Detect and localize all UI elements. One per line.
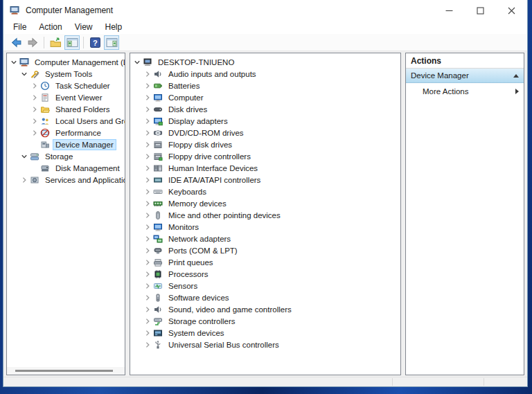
tree-item[interactable]: Computer (130, 91, 400, 103)
chevron-right-icon[interactable] (143, 222, 152, 232)
tree-item[interactable]: Processors (130, 268, 400, 280)
chevron-right-icon[interactable] (143, 93, 152, 102)
submenu-arrow-icon[interactable] (515, 89, 519, 94)
tree-item[interactable]: Network adapters (130, 233, 400, 244)
chevron-right-icon[interactable] (143, 199, 152, 208)
tree-item[interactable]: Floppy drive controllers (130, 150, 400, 162)
tree-item-label[interactable]: Software devices (166, 292, 232, 303)
chevron-right-icon[interactable] (143, 340, 152, 350)
tree-item[interactable]: Sensors (130, 280, 400, 292)
tree-item[interactable]: IDE ATA/ATAPI controllers (130, 174, 400, 186)
tree-item-label[interactable]: Universal Serial Bus controllers (166, 339, 282, 350)
chevron-down-icon[interactable] (19, 152, 29, 161)
tree-item-label[interactable]: Local Users and Groups (53, 116, 125, 127)
chevron-right-icon[interactable] (143, 152, 152, 161)
tree-item-label[interactable]: Task Scheduler (53, 80, 113, 91)
tree-item-label[interactable]: Performance (53, 127, 104, 138)
tree-item[interactable]: Disk Management (7, 162, 125, 174)
chevron-right-icon[interactable] (143, 211, 152, 220)
tree-item[interactable]: Mice and other pointing devices (130, 209, 400, 221)
tree-item-label[interactable]: Audio inputs and outputs (166, 69, 259, 80)
tree-item-label[interactable]: DVD/CD-ROM drives (166, 127, 247, 138)
tree-item-label[interactable]: Mice and other pointing devices (166, 210, 283, 221)
chevron-right-icon[interactable] (143, 140, 152, 150)
tree-item-label[interactable]: DESKTOP-TNIUENO (155, 57, 237, 68)
tree-item[interactable]: Print queues (130, 256, 400, 268)
chevron-right-icon[interactable] (30, 81, 39, 91)
export-list-icon[interactable] (48, 35, 63, 50)
chevron-right-icon[interactable] (143, 163, 152, 173)
tree-item[interactable]: Display adapters (130, 115, 400, 127)
menu-item-action[interactable]: Action (33, 21, 68, 34)
tree-item-label[interactable]: Network adapters (166, 233, 233, 244)
tree-item[interactable]: Universal Serial Bus controllers (130, 339, 400, 350)
chevron-right-icon[interactable] (143, 328, 152, 338)
close-button[interactable] (496, 0, 527, 21)
tree-item-label[interactable]: Sensors (166, 280, 200, 292)
chevron-right-icon[interactable] (143, 246, 152, 256)
chevron-down-icon[interactable] (9, 57, 19, 67)
tree-item[interactable]: Software devices (130, 292, 400, 303)
chevron-right-icon[interactable] (143, 234, 152, 244)
chevron-down-icon[interactable] (132, 57, 142, 67)
forward-icon[interactable] (25, 35, 40, 50)
action-pane-toggle-icon[interactable] (104, 35, 119, 50)
chevron-down-icon[interactable] (19, 69, 29, 79)
tree-item[interactable]: Computer Management (Local (7, 56, 125, 68)
tree-item[interactable]: Storage controllers (130, 315, 400, 327)
tree-item[interactable]: Disk drives (130, 103, 400, 115)
maximize-button[interactable] (465, 0, 496, 21)
collapse-arrow-icon[interactable] (513, 74, 519, 78)
chevron-right-icon[interactable] (30, 128, 39, 138)
chevron-right-icon[interactable] (143, 175, 152, 185)
tree-item[interactable]: System Tools (7, 68, 125, 80)
tree-item[interactable]: System devices (130, 327, 400, 339)
tree-item[interactable]: DESKTOP-TNIUENO (130, 56, 400, 68)
tree-item-label[interactable]: Processors (166, 269, 211, 280)
tree-item-label[interactable]: Computer Management (Local (32, 57, 125, 68)
tree-item-label[interactable]: Event Viewer (53, 92, 105, 103)
chevron-right-icon[interactable] (30, 93, 39, 102)
chevron-right-icon[interactable] (143, 258, 152, 267)
tree-item[interactable]: Memory devices (130, 197, 400, 209)
chevron-right-icon[interactable] (143, 116, 152, 126)
tree-item[interactable]: Monitors (130, 221, 400, 233)
tree-item-label[interactable]: IDE ATA/ATAPI controllers (166, 174, 263, 186)
tree-item-label[interactable]: Batteries (166, 80, 202, 91)
tree-item[interactable]: Storage (7, 150, 125, 162)
tree-item[interactable]: Human Interface Devices (130, 162, 400, 174)
chevron-right-icon[interactable] (143, 316, 152, 326)
tree-item-label[interactable]: Human Interface Devices (166, 163, 260, 174)
tree-item[interactable]: Audio inputs and outputs (130, 68, 400, 80)
tree-item-label[interactable]: Computer (166, 92, 206, 103)
menu-item-view[interactable]: View (69, 21, 99, 34)
back-icon[interactable] (8, 35, 24, 50)
tree-item-label[interactable]: System devices (166, 328, 227, 339)
tree-item-label[interactable]: Keyboards (166, 186, 209, 197)
tree-item-label[interactable]: System Tools (42, 69, 95, 80)
tree-item-label[interactable]: Print queues (166, 257, 216, 268)
tree-item[interactable]: Batteries (130, 80, 400, 91)
tree-item[interactable]: Local Users and Groups (7, 115, 125, 127)
tree-item[interactable]: Ports (COM & LPT) (130, 244, 400, 256)
chevron-right-icon[interactable] (143, 128, 152, 138)
scrollbar-thumb[interactable] (15, 370, 113, 372)
tree-item[interactable]: DVD/CD-ROM drives (130, 127, 400, 138)
menu-item-file[interactable]: File (7, 21, 33, 34)
tree-item[interactable]: Keyboards (130, 186, 400, 197)
tree-item[interactable]: Services and Applications (7, 174, 125, 186)
chevron-right-icon[interactable] (19, 175, 29, 185)
tree-item-label[interactable]: Floppy disk drives (166, 139, 235, 150)
tree-item[interactable]: Sound, video and game controllers (130, 303, 400, 315)
menu-item-help[interactable]: Help (99, 21, 129, 34)
tree-item-label[interactable]: Device Manager (53, 139, 116, 150)
tree-item[interactable]: Performance (7, 127, 125, 138)
chevron-right-icon[interactable] (143, 81, 152, 91)
chevron-right-icon[interactable] (143, 305, 152, 314)
chevron-right-icon[interactable] (143, 269, 152, 279)
chevron-right-icon[interactable] (143, 293, 152, 303)
actions-section-device-manager[interactable]: Device Manager (406, 69, 524, 83)
tree-item-label[interactable]: Storage (42, 151, 76, 162)
tree-item-label[interactable]: Memory devices (166, 198, 229, 209)
help-icon[interactable]: ? (87, 35, 103, 50)
